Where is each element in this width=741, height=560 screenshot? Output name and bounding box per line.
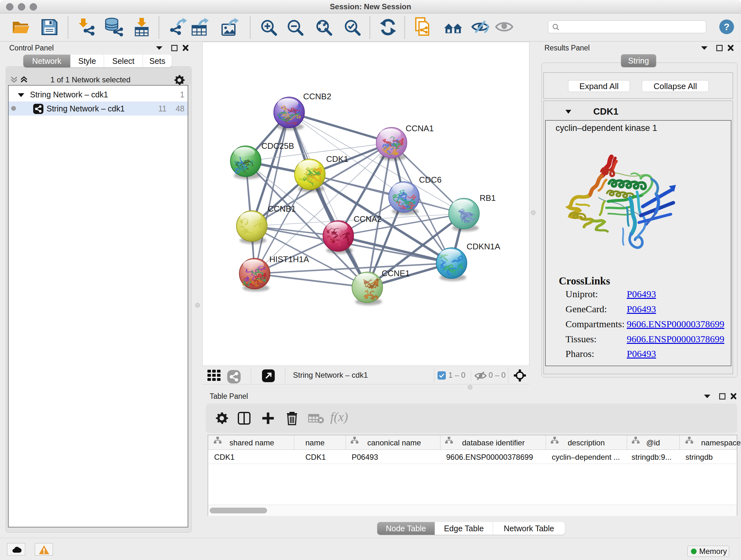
svg-text:HIST1H1A: HIST1H1A (269, 254, 309, 264)
svg-text:CCNB1: CCNB1 (268, 204, 296, 213)
svg-text:CCNA2: CCNA2 (354, 214, 382, 224)
svg-text:CDK1: CDK1 (326, 154, 348, 164)
svg-text:CCNB2: CCNB2 (303, 91, 331, 101)
svg-text:RB1: RB1 (480, 193, 496, 203)
svg-text:CDKN1A: CDKN1A (467, 242, 500, 251)
svg-text:CDC6: CDC6 (419, 175, 442, 185)
svg-text:CDC25B: CDC25B (261, 141, 294, 151)
svg-text:CCNE1: CCNE1 (382, 268, 410, 278)
svg-text:CCNA1: CCNA1 (406, 124, 434, 133)
